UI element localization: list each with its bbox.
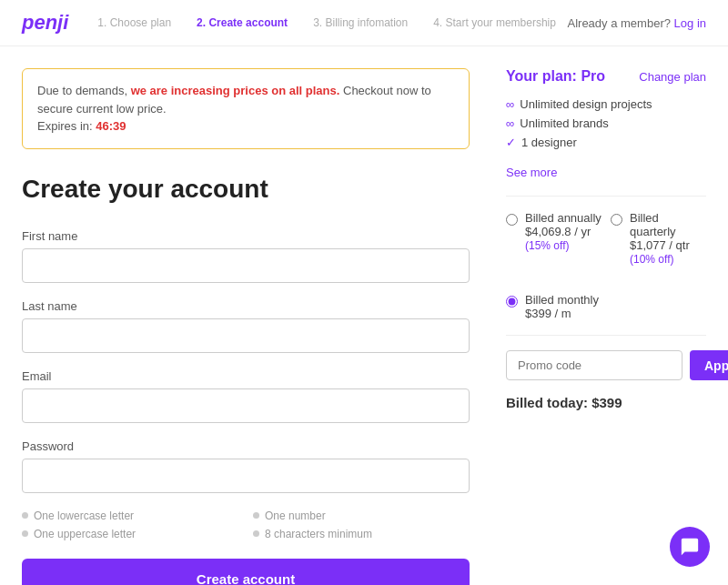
step-3: 3. Billing infomation xyxy=(313,16,408,29)
hint-dot-3 xyxy=(253,530,259,537)
your-plan-title: Your plan: Pro xyxy=(506,68,605,85)
alert-text-before: Due to demands, xyxy=(37,84,131,97)
password-label: Password xyxy=(22,439,470,453)
step-4: 4. Start your membership xyxy=(433,16,556,29)
billing-label-annual[interactable]: Billed annually $4,069.8 / yr (15% off) xyxy=(525,211,602,252)
chat-icon xyxy=(680,537,700,557)
feature-text-1: Unlimited brands xyxy=(520,116,609,130)
billed-today-amount: $399 xyxy=(592,395,622,410)
billing-radio-annual[interactable] xyxy=(506,214,518,226)
page-title: Create your account xyxy=(22,175,470,204)
last-name-label: Last name xyxy=(22,299,470,313)
main-content: Due to demands, we are increasing prices… xyxy=(0,46,728,585)
promo-row: Apply xyxy=(506,350,706,380)
hint-dot-1 xyxy=(253,512,259,519)
billing-label-monthly[interactable]: Billed monthly $399 / m xyxy=(525,293,599,320)
email-input[interactable] xyxy=(22,388,470,423)
first-name-input[interactable] xyxy=(22,248,470,283)
logo: penji xyxy=(22,11,68,35)
alert-banner: Due to demands, we are increasing prices… xyxy=(22,68,470,149)
hint-1: One number xyxy=(253,509,470,522)
billing-price-quarterly: $1,077 / qtr xyxy=(630,238,706,252)
password-input[interactable] xyxy=(22,459,470,493)
hint-text-0: One lowercase letter xyxy=(34,509,134,522)
plan-name: Pro xyxy=(581,68,605,84)
email-group: Email xyxy=(22,369,470,423)
create-account-button[interactable]: Create account xyxy=(22,559,470,586)
first-name-group: First name xyxy=(22,229,470,283)
hint-dot-0 xyxy=(22,512,28,519)
password-hints: One lowercase letter One number One uppe… xyxy=(22,509,470,540)
already-member-text: Already a member? xyxy=(568,16,671,30)
feature-icon-1: ∞ xyxy=(506,116,514,130)
last-name-input[interactable] xyxy=(22,318,470,353)
site-header: penji 1. Choose plan 2. Create account 3… xyxy=(0,0,728,46)
billed-today-label: Billed today: xyxy=(506,395,588,410)
feature-text-0: Unlimited design projects xyxy=(520,97,652,111)
billing-label-quarterly[interactable]: Billed quarterly $1,077 / qtr (10% off) xyxy=(630,211,706,266)
feature-icon-2: ✓ xyxy=(506,136,516,149)
divider-2 xyxy=(506,335,706,336)
hint-2: One uppercase letter xyxy=(22,528,238,540)
hint-0: One lowercase letter xyxy=(22,509,238,522)
apply-button[interactable]: Apply xyxy=(690,350,728,380)
alert-expires-label: Expires in: xyxy=(37,119,96,133)
step-2: 2. Create account xyxy=(197,16,288,29)
billing-price-monthly: $399 / m xyxy=(525,307,599,320)
email-label: Email xyxy=(22,369,470,383)
billed-today: Billed today: $399 xyxy=(506,395,706,410)
create-account-form: First name Last name Email Password One … xyxy=(22,229,470,586)
billing-option-monthly: Billed monthly $399 / m xyxy=(506,293,706,320)
password-group: Password xyxy=(22,439,470,493)
form-section: Due to demands, we are increasing prices… xyxy=(22,68,470,585)
feature-text-2: 1 designer xyxy=(521,136,577,149)
log-in-link[interactable]: Log in xyxy=(674,16,706,30)
hint-text-2: One uppercase letter xyxy=(34,528,136,540)
billing-discount-quarterly: (10% off) xyxy=(630,253,673,266)
hint-3: 8 characters minimum xyxy=(253,528,470,540)
feature-icon-0: ∞ xyxy=(506,97,514,111)
change-plan-link[interactable]: Change plan xyxy=(639,70,706,84)
billing-option-quarterly: Billed quarterly $1,077 / qtr (10% off) xyxy=(611,211,706,266)
feature-1: ∞ Unlimited brands xyxy=(506,116,706,130)
last-name-group: Last name xyxy=(22,299,470,353)
billing-name-quarterly: Billed quarterly xyxy=(630,211,676,238)
alert-timer: 46:39 xyxy=(96,119,126,133)
your-plan-label: Your plan: xyxy=(506,68,577,84)
alert-highlight: we are increasing prices on all plans. xyxy=(131,84,340,97)
billing-radio-quarterly[interactable] xyxy=(611,214,622,226)
promo-code-input[interactable] xyxy=(506,350,682,380)
divider-1 xyxy=(506,196,706,197)
billing-price-annual: $4,069.8 / yr xyxy=(525,225,602,238)
your-plan-header: Your plan: Pro Change plan xyxy=(506,68,706,85)
billing-name-annual: Billed annually xyxy=(525,211,602,225)
plan-panel: Your plan: Pro Change plan ∞ Unlimited d… xyxy=(506,68,706,585)
billing-discount-annual: (15% off) xyxy=(525,239,569,252)
already-member: Already a member? Log in xyxy=(568,16,707,30)
hint-text-3: 8 characters minimum xyxy=(265,528,372,540)
billing-name-monthly: Billed monthly xyxy=(525,293,599,307)
billing-options: Billed annually $4,069.8 / yr (15% off) … xyxy=(506,211,706,278)
step-1: 1. Choose plan xyxy=(97,16,171,29)
hint-text-1: One number xyxy=(265,509,326,522)
plan-features: ∞ Unlimited design projects ∞ Unlimited … xyxy=(506,97,706,149)
feature-0: ∞ Unlimited design projects xyxy=(506,97,706,111)
feature-2: ✓ 1 designer xyxy=(506,136,706,149)
see-more-link[interactable]: See more xyxy=(506,166,706,179)
billing-option-annual: Billed annually $4,069.8 / yr (15% off) xyxy=(506,211,602,266)
billing-radio-monthly[interactable] xyxy=(506,296,518,308)
hint-dot-2 xyxy=(22,530,28,537)
steps-nav: 1. Choose plan 2. Create account 3. Bill… xyxy=(97,16,567,29)
first-name-label: First name xyxy=(22,229,470,243)
chat-bubble-button[interactable] xyxy=(670,527,710,567)
